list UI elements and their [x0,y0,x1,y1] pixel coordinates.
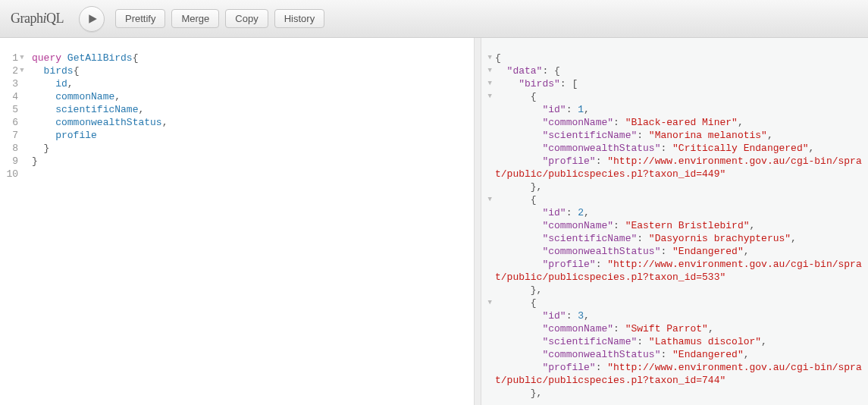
result-line: { [495,193,868,206]
result-fold-gutter [481,155,492,168]
result-line: "commonName": "Black-eared Miner", [495,116,868,129]
app-logo: GraphiQL [6,11,68,27]
merge-button[interactable]: Merge [171,9,219,28]
result-fold-gutter [481,168,492,181]
code-line: commonName, [32,90,474,103]
result-fold-gutter [481,335,492,348]
result-fold-gutter [481,232,492,245]
pane-splitter[interactable] [474,38,481,405]
play-icon [87,14,98,24]
prettify-button[interactable]: Prettify [115,9,165,28]
code-line: query GetAllBirds{ [32,52,474,64]
result-fold-gutter [481,103,492,116]
code-line: id, [32,77,474,90]
result-line: "commonwealthStatus": "Endangered", [495,245,868,258]
line-number: 4 [0,90,18,103]
result-fold-gutter [481,348,492,361]
result-viewer: { "data": { "birds": [ { "id": 1, "commo… [492,52,868,405]
result-fold-gutter [481,258,492,271]
line-number: 8 [0,142,18,155]
result-gutter: ▼▼▼▼▼▼ [481,52,492,405]
toolbar: GraphiQL Prettify Merge Copy History [0,0,868,38]
result-line: { [495,297,868,309]
result-fold-gutter [481,219,492,232]
history-button[interactable]: History [274,9,324,28]
result-line: }, [495,181,868,193]
fold-icon[interactable]: ▼ [18,64,26,77]
code-line: } [32,142,474,155]
result-line: { [495,52,868,64]
main-area: 1▼2▼345678910 query GetAllBirds{ birds{ … [0,38,868,405]
result-line: "birds": [ [495,77,868,90]
result-fold-gutter [481,322,492,335]
line-number: 3 [0,77,18,90]
result-fold-gutter [481,116,492,129]
line-number: 9 [0,155,18,168]
code-line: profile [32,129,474,142]
result-line: }, [495,387,868,400]
result-line: "scientificName": "Manorina melanotis", [495,129,868,142]
fold-icon[interactable]: ▼ [481,193,492,206]
copy-button[interactable]: Copy [225,9,268,28]
code-line: birds{ [32,64,474,77]
result-fold-gutter [481,129,492,142]
result-line: "id": 1, [495,103,868,116]
line-number: 10 [0,168,18,181]
code-line [32,168,474,181]
result-line: "commonwealthStatus": "Critically Endang… [495,142,868,155]
result-line: "profile": "http://www.environment.gov.a… [495,361,868,387]
query-editor-pane: 1▼2▼345678910 query GetAllBirds{ birds{ … [0,38,474,405]
fold-icon[interactable]: ▼ [481,64,492,77]
result-line: "id": 2, [495,206,868,219]
result-pane: ▼▼▼▼▼▼ { "data": { "birds": [ { "id": 1,… [481,38,868,405]
result-fold-gutter [481,309,492,322]
result-fold-gutter [481,245,492,258]
result-line: "commonName": "Eastern Bristlebird", [495,219,868,232]
result-fold-gutter [481,142,492,155]
result-line: "id": 3, [495,309,868,322]
result-line: { [495,90,868,103]
result-fold-gutter [481,284,492,297]
result-line: "commonwealthStatus": "Endangered", [495,348,868,361]
result-line: "data": { [495,64,868,77]
result-fold-gutter [481,206,492,219]
execute-button[interactable] [79,6,105,32]
code-line: } [32,155,474,168]
fold-icon[interactable]: ▼ [481,77,492,90]
result-fold-gutter [481,181,492,193]
fold-icon[interactable]: ▼ [481,52,492,64]
line-number: 2▼ [0,64,18,77]
editor-gutter: 1▼2▼345678910 [0,52,23,405]
result-line: "scientificName": "Dasyornis brachypteru… [495,232,868,245]
result-fold-gutter [481,271,492,284]
line-number: 1▼ [0,52,18,64]
query-editor[interactable]: query GetAllBirds{ birds{ id, commonName… [23,52,474,405]
line-number: 5 [0,103,18,116]
fold-icon[interactable]: ▼ [18,52,26,64]
result-line: "profile": "http://www.environment.gov.a… [495,155,868,181]
result-line: "commonName": "Swift Parrot", [495,322,868,335]
fold-icon[interactable]: ▼ [481,297,492,309]
fold-icon[interactable]: ▼ [481,90,492,103]
line-number: 7 [0,129,18,142]
result-line: "scientificName": "Lathamus discolor", [495,335,868,348]
line-number: 6 [0,116,18,129]
code-line: scientificName, [32,103,474,116]
code-line: commonwealthStatus, [32,116,474,129]
result-line: "profile": "http://www.environment.gov.a… [495,258,868,284]
result-line: }, [495,284,868,297]
